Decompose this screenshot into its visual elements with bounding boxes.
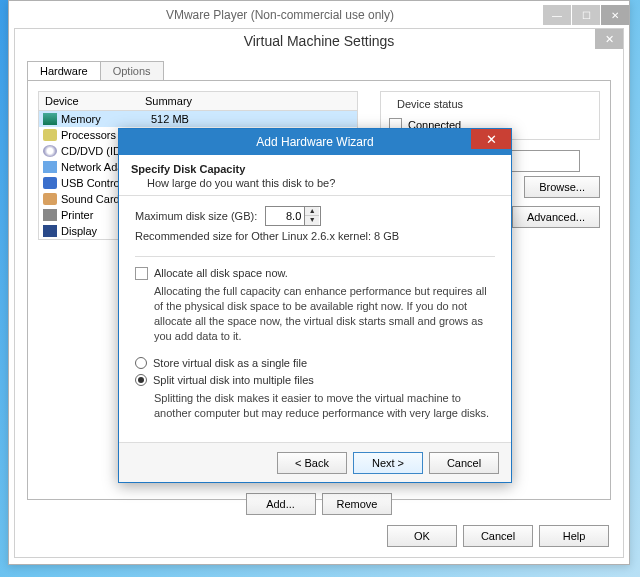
device-icon [43,145,57,157]
browse-button[interactable]: Browse... [524,176,600,198]
vmware-titlebar: VMware Player (Non-commercial use only) … [9,1,629,29]
split-description: Splitting the disk makes it easier to mo… [154,391,495,421]
help-button[interactable]: Help [539,525,609,547]
vmware-title: VMware Player (Non-commercial use only) [17,8,543,22]
max-size-spinbox[interactable]: ▲ ▼ [265,206,321,226]
dialog-buttons: OK Cancel Help [387,525,609,547]
max-size-input[interactable] [266,210,304,222]
single-file-row: Store virtual disk as a single file [135,357,495,369]
allocate-row: Allocate all disk space now. [135,267,495,280]
spin-up-button[interactable]: ▲ [305,207,319,216]
ok-button[interactable]: OK [387,525,457,547]
remove-button[interactable]: Remove [322,493,393,515]
device-list-header: Device Summary [39,92,357,111]
close-button[interactable]: ✕ [601,5,629,25]
wizard-titlebar[interactable]: Add Hardware Wizard ✕ [119,129,511,155]
device-icon [43,209,57,221]
max-size-row: Maximum disk size (GB): ▲ ▼ [135,206,495,226]
spin-down-button[interactable]: ▼ [305,216,319,225]
add-hardware-wizard: Add Hardware Wizard ✕ Specify Disk Capac… [118,128,512,483]
device-icon [43,225,57,237]
single-file-radio[interactable] [135,357,147,369]
advanced-button[interactable]: Advanced... [512,206,600,228]
settings-window-controls: ✕ [594,29,623,49]
device-icon [43,177,57,189]
split-file-label: Split virtual disk into multiple files [153,374,314,386]
settings-title: Virtual Machine Settings [15,29,623,53]
single-file-label: Store virtual disk as a single file [153,357,307,369]
wizard-step-title: Specify Disk Capacity [131,163,499,175]
wizard-close-button[interactable]: ✕ [471,129,511,149]
maximize-button[interactable]: ☐ [572,5,600,25]
tab-options[interactable]: Options [100,61,164,80]
add-button[interactable]: Add... [246,493,316,515]
device-icon [43,113,57,125]
device-add-remove-buttons: Add... Remove [15,493,623,515]
allocate-label: Allocate all disk space now. [154,267,288,279]
device-summary: 512 MB [151,113,353,125]
device-name: Memory [61,113,151,125]
next-button[interactable]: Next > [353,452,423,474]
settings-close-button[interactable]: ✕ [595,29,623,49]
allocate-description: Allocating the full capacity can enhance… [154,284,495,343]
wizard-cancel-button[interactable]: Cancel [429,452,499,474]
divider [135,256,495,257]
spin-buttons: ▲ ▼ [304,207,319,225]
summary-col-header: Summary [139,92,357,110]
minimize-button[interactable]: — [543,5,571,25]
wizard-body: Maximum disk size (GB): ▲ ▼ Recommended … [119,196,511,421]
back-button[interactable]: < Back [277,452,347,474]
device-row[interactable]: Memory512 MB [39,111,357,127]
wizard-step-subtitle: How large do you want this disk to be? [147,177,499,189]
cancel-button[interactable]: Cancel [463,525,533,547]
wizard-header: Specify Disk Capacity How large do you w… [119,155,511,196]
device-icon [43,161,57,173]
wizard-footer: < Back Next > Cancel [119,442,511,482]
allocate-checkbox[interactable] [135,267,148,280]
recommended-size-text: Recommended size for Other Linux 2.6.x k… [135,230,495,242]
split-file-radio[interactable] [135,374,147,386]
wizard-title: Add Hardware Wizard [256,135,373,149]
radio-dot-icon [138,377,144,383]
device-icon [43,193,57,205]
max-size-label: Maximum disk size (GB): [135,210,257,222]
device-icon [43,129,57,141]
vmware-window-controls: — ☐ ✕ [543,5,629,25]
tab-hardware[interactable]: Hardware [27,61,101,80]
device-col-header: Device [39,92,139,110]
device-status-label: Device status [393,98,467,110]
settings-tabs: Hardware Options [27,61,623,80]
split-file-row: Split virtual disk into multiple files [135,374,495,386]
